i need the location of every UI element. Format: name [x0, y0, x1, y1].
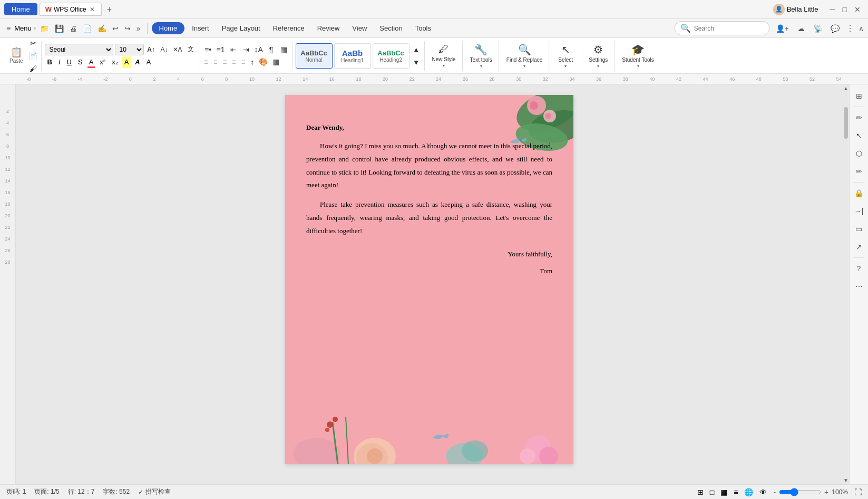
- numbered-list-btn[interactable]: ≡1: [215, 44, 227, 55]
- font-size-select[interactable]: 10: [115, 44, 144, 55]
- zoom-slider[interactable]: [779, 488, 821, 496]
- right-sidebar-pen-btn[interactable]: ✏: [852, 110, 866, 125]
- right-sidebar-note-btn[interactable]: ▭: [852, 222, 866, 236]
- share-btn[interactable]: 👤+: [774, 23, 791, 34]
- style-scroll-down-btn[interactable]: ▼: [411, 56, 422, 68]
- menu-tab-section[interactable]: Section: [374, 22, 407, 34]
- search-input[interactable]: [694, 25, 757, 32]
- menu-tab-tools[interactable]: Tools: [410, 22, 436, 34]
- export-pdf-btn[interactable]: 📄: [81, 23, 94, 34]
- right-sidebar-more-btn[interactable]: ⋯: [852, 279, 866, 294]
- char-shading-btn[interactable]: A: [144, 56, 154, 68]
- sort-btn[interactable]: ↕A: [253, 44, 265, 55]
- font-size-decrease-btn[interactable]: A↓: [159, 44, 170, 55]
- more-options-btn[interactable]: ⋮: [846, 23, 854, 33]
- underline-btn[interactable]: U: [64, 56, 74, 68]
- new-tab-btn[interactable]: +: [104, 5, 115, 14]
- right-sidebar-shape-btn[interactable]: ⬡: [852, 146, 866, 161]
- search-box[interactable]: 🔍: [675, 21, 769, 35]
- tab-close-btn[interactable]: ✕: [89, 6, 96, 13]
- doc-content[interactable]: Dear Wendy, How's it going? I miss you s…: [285, 95, 573, 298]
- home-tab-btn[interactable]: Home: [4, 3, 37, 15]
- decrease-indent-btn[interactable]: ⇤: [228, 44, 239, 55]
- wps-tab[interactable]: W WPS Office ✕: [40, 3, 102, 16]
- spell-check-btn[interactable]: ✓ 拼写检查: [138, 487, 171, 496]
- right-sidebar-panel-btn[interactable]: →|: [852, 204, 866, 218]
- status-view-outline-btn[interactable]: ≡: [734, 488, 738, 496]
- col-break-btn[interactable]: ▦: [278, 44, 290, 55]
- menu-tab-reference[interactable]: Reference: [268, 22, 310, 34]
- maximize-btn[interactable]: □: [840, 4, 850, 15]
- format-painter-btn[interactable]: 🖌: [27, 63, 39, 74]
- menu-toggle-btn[interactable]: ≡: [4, 23, 13, 34]
- scrollbar-thumb[interactable]: [844, 107, 848, 139]
- scroll-up-btn[interactable]: ▲: [843, 85, 849, 91]
- right-sidebar-edit-btn[interactable]: ✏: [852, 164, 866, 179]
- zoom-out-btn[interactable]: -: [773, 488, 776, 496]
- user-area[interactable]: 👤 Bella Little: [773, 4, 818, 15]
- bold-btn[interactable]: B: [45, 56, 55, 68]
- chinese-layout-btn[interactable]: 文: [185, 44, 197, 55]
- style-heading2[interactable]: AaBbCc Heading2: [373, 43, 409, 69]
- more-qa-btn[interactable]: »: [134, 23, 143, 34]
- italic-btn[interactable]: I: [56, 56, 63, 68]
- close-btn[interactable]: ✕: [851, 4, 864, 15]
- menu-tab-home[interactable]: Home: [152, 22, 185, 34]
- status-reading-mode-btn[interactable]: 👁: [759, 488, 767, 496]
- status-view-web-btn[interactable]: 🌐: [744, 488, 753, 496]
- text-tools-btn[interactable]: 🔧 Text tools ▾: [466, 43, 496, 69]
- student-tools-btn[interactable]: 🎓 Student Tools ▾: [618, 43, 658, 69]
- increase-indent-btn[interactable]: ⇥: [240, 44, 252, 55]
- cloud-save-btn[interactable]: ☁: [795, 23, 807, 34]
- doc-area[interactable]: Dear Wendy, How's it going? I miss you s…: [16, 84, 843, 484]
- scroll-down-btn[interactable]: ▼: [843, 477, 849, 483]
- superscript-btn[interactable]: x²: [97, 56, 108, 68]
- line-spacing-btn[interactable]: ↕: [249, 56, 257, 68]
- justify-btn[interactable]: ≡: [230, 56, 238, 68]
- copy-btn[interactable]: 📄: [27, 50, 39, 62]
- right-sidebar-help-btn[interactable]: ?: [852, 261, 866, 276]
- align-left-btn[interactable]: ≡: [202, 56, 211, 68]
- style-normal[interactable]: AaBbCc Normal: [296, 43, 333, 69]
- style-scroll-up-btn[interactable]: ▲: [411, 44, 422, 55]
- distribute-btn[interactable]: ≡: [239, 56, 248, 68]
- paste-btn[interactable]: 📋 Paste: [6, 43, 26, 69]
- highlight-btn[interactable]: A: [122, 56, 132, 68]
- select-btn[interactable]: ↖ Select ▾: [552, 43, 579, 69]
- style-heading1[interactable]: AaBb Heading1: [334, 43, 371, 69]
- subscript-btn[interactable]: x₂: [109, 56, 121, 68]
- show-hide-btn[interactable]: ¶: [266, 44, 277, 55]
- font-family-select[interactable]: Seoui: [45, 44, 113, 55]
- borders-btn[interactable]: ▦: [270, 56, 281, 68]
- right-sidebar-page-view-btn[interactable]: ⊞: [852, 89, 866, 103]
- menu-tab-view[interactable]: View: [347, 22, 372, 34]
- find-replace-btn[interactable]: 🔍 Find & Replace ▾: [502, 43, 547, 69]
- collapse-ribbon-btn[interactable]: ∧: [859, 24, 864, 33]
- fullscreen-btn[interactable]: ⛶: [854, 488, 862, 496]
- font-color-btn[interactable]: A: [86, 56, 96, 68]
- clear-format-btn[interactable]: ✕A: [172, 44, 183, 55]
- bullet-list-btn[interactable]: ≡•: [202, 44, 214, 55]
- text-effects-btn[interactable]: A: [132, 56, 142, 68]
- font-size-increase-btn[interactable]: A↑: [145, 44, 157, 55]
- redo-btn[interactable]: ↪: [122, 23, 133, 34]
- align-right-btn[interactable]: ≡: [221, 56, 229, 68]
- right-sidebar-lock-btn[interactable]: 🔒: [852, 186, 866, 200]
- status-view-page-btn[interactable]: ⊞: [697, 488, 704, 496]
- print-btn[interactable]: 🖨: [67, 23, 79, 34]
- comment-btn[interactable]: 💬: [828, 23, 842, 34]
- scrollbar-track[interactable]: ▲ ▼: [843, 84, 849, 484]
- zoom-in-btn[interactable]: +: [824, 488, 828, 496]
- open-file-btn[interactable]: 📁: [38, 23, 51, 34]
- right-sidebar-select-btn[interactable]: ↖: [852, 128, 866, 143]
- review-btn[interactable]: ✍: [95, 23, 109, 34]
- menu-tab-page-layout[interactable]: Page Layout: [217, 22, 266, 34]
- broadcast-btn[interactable]: 📡: [811, 23, 824, 34]
- new-style-btn[interactable]: 🖊 New Style ▾: [428, 43, 460, 69]
- minimize-btn[interactable]: ─: [827, 4, 838, 15]
- status-view-multi-btn[interactable]: ▦: [720, 488, 727, 496]
- menu-tab-review[interactable]: Review: [312, 22, 345, 34]
- settings-btn[interactable]: ⚙ Settings ▾: [584, 43, 612, 69]
- strikethrough-btn[interactable]: S: [75, 56, 85, 68]
- save-btn[interactable]: 💾: [53, 23, 66, 34]
